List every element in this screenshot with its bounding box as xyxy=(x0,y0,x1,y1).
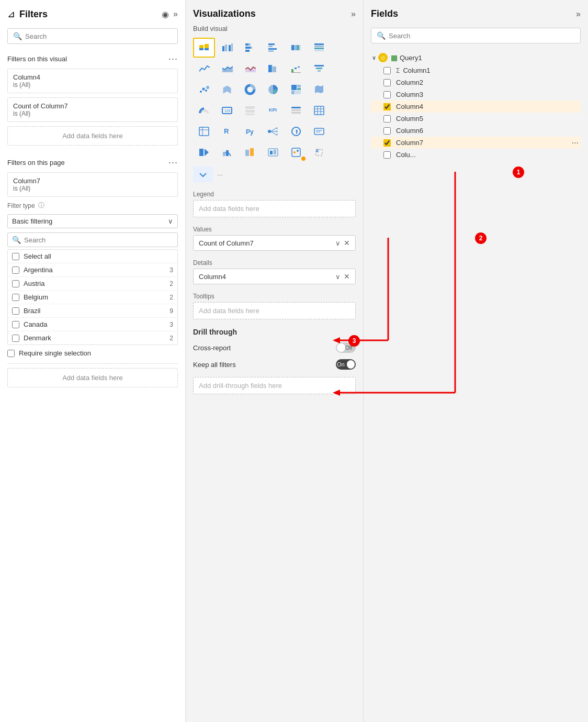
column8-checkbox[interactable] xyxy=(383,151,391,159)
column1-checkbox[interactable] xyxy=(383,67,391,74)
column7-checkbox[interactable] xyxy=(383,139,391,147)
field-column4[interactable]: Column4 xyxy=(371,101,581,113)
viz-values-close[interactable]: ✕ xyxy=(344,239,350,247)
viz-icon-more-4[interactable] xyxy=(262,142,284,162)
filter-type-select[interactable]: Basic filtering ∨ xyxy=(7,214,178,228)
field-column3[interactable]: Column3 xyxy=(371,88,581,101)
filters-search-input[interactable] xyxy=(25,32,172,40)
viz-icon-more-3[interactable] xyxy=(239,142,261,162)
canada-checkbox[interactable] xyxy=(12,321,19,328)
fields-search-input[interactable] xyxy=(389,32,575,40)
keep-filters-toggle[interactable]: On xyxy=(336,359,356,370)
viz-icon-more-2[interactable] xyxy=(216,142,238,162)
viz-icon-area[interactable] xyxy=(216,59,238,79)
field-column1[interactable]: Σ Column1 xyxy=(371,64,581,76)
viz-icon-python[interactable]: Py xyxy=(239,121,261,141)
viz-icon-gauge[interactable] xyxy=(193,101,215,120)
filter-search-input[interactable] xyxy=(24,236,173,244)
filters-page-more[interactable]: ··· xyxy=(168,157,178,168)
column3-checkbox[interactable] xyxy=(383,91,391,98)
denmark-checkbox[interactable] xyxy=(12,335,19,342)
belgium-checkbox[interactable] xyxy=(12,294,19,301)
viz-icon-line[interactable] xyxy=(193,59,215,79)
viz-details-close[interactable]: ✕ xyxy=(344,272,350,281)
column7-more-dots[interactable]: ··· xyxy=(572,138,579,148)
viz-icon-filled-map[interactable] xyxy=(308,80,330,99)
viz-icon-key-influencers[interactable]: ⬆ xyxy=(285,121,307,141)
column4-filter-card[interactable]: Column4 is (All) xyxy=(7,69,178,93)
austria-checkbox[interactable] xyxy=(12,280,19,287)
column5-checkbox[interactable] xyxy=(383,115,391,123)
viz-icon-more-1[interactable] xyxy=(193,142,215,162)
viz-more-btn[interactable] xyxy=(193,166,213,182)
field-column5[interactable]: Column5 xyxy=(371,113,581,125)
column7-filter-card[interactable]: Column7 is (All) xyxy=(7,172,178,197)
argentina-checkbox[interactable] xyxy=(12,266,19,274)
viz-icon-ribbon[interactable] xyxy=(262,59,284,79)
viz-icon-scatter[interactable] xyxy=(193,80,215,99)
field-column2[interactable]: Column2 xyxy=(371,76,581,88)
viz-icon-stacked-bar-h[interactable] xyxy=(239,38,261,58)
add-data-fields-bottom[interactable]: Add data fields here xyxy=(7,368,178,387)
viz-icon-matrix[interactable] xyxy=(193,121,215,141)
column4-checkbox[interactable] xyxy=(383,103,391,110)
field-column6[interactable]: Column6 xyxy=(371,125,581,137)
filter-list-item-select-all[interactable]: Select all xyxy=(8,250,177,263)
brazil-checkbox[interactable] xyxy=(12,307,19,315)
filter-search-small[interactable]: 🔍 xyxy=(7,232,178,247)
viz-icon-table[interactable] xyxy=(308,101,330,120)
filter-type-info[interactable]: ⓘ xyxy=(38,201,44,210)
viz-icon-100pct-bar-h[interactable] xyxy=(308,38,330,58)
viz-icon-r-visual[interactable]: R xyxy=(216,121,238,141)
viz-details-chip[interactable]: Column4 ∨ ✕ xyxy=(193,269,356,284)
fields-expand-icon[interactable]: » xyxy=(576,9,581,19)
field-column8[interactable]: Colu... xyxy=(371,149,581,161)
viz-icon-treemap[interactable] xyxy=(285,80,307,99)
viz-icon-decomp-tree[interactable] xyxy=(262,121,284,141)
add-data-fields-visual[interactable]: Add data fields here xyxy=(7,126,178,146)
viz-icon-clustered-bar-h[interactable] xyxy=(262,38,284,58)
fields-search-box[interactable]: 🔍 xyxy=(371,28,581,43)
viz-icon-slicer[interactable] xyxy=(285,101,307,120)
eye-icon[interactable]: ◉ xyxy=(162,9,169,19)
filters-visual-more[interactable]: ··· xyxy=(168,53,178,64)
viz-icon-card[interactable]: 123 xyxy=(216,101,238,120)
viz-details-chevron[interactable]: ∨ xyxy=(335,273,341,281)
column6-checkbox[interactable] xyxy=(383,127,391,135)
viz-icon-map[interactable] xyxy=(216,80,238,99)
viz-icon-waterfall[interactable] xyxy=(285,59,307,79)
expand-filters-icon[interactable]: » xyxy=(173,9,178,19)
viz-more-dots[interactable]: ··· xyxy=(217,171,223,179)
viz-tooltips-drop[interactable]: Add data fields here xyxy=(193,302,356,319)
viz-icon-funnel[interactable] xyxy=(308,59,330,79)
viz-icon-100pct-bar[interactable] xyxy=(285,38,307,58)
filter-list-item-argentina[interactable]: Argentina 3 xyxy=(8,263,177,277)
filter-list-item-canada[interactable]: Canada 3 xyxy=(8,318,177,331)
viz-values-chevron[interactable]: ∨ xyxy=(335,239,341,247)
column2-checkbox[interactable] xyxy=(383,79,391,86)
filter-list-item-denmark[interactable]: Denmark 2 xyxy=(8,331,177,345)
viz-icon-line-area[interactable] xyxy=(239,59,261,79)
viz-icon-pie[interactable] xyxy=(262,80,284,99)
column7-count-filter-card[interactable]: Count of Column7 is (All) xyxy=(7,97,178,122)
viz-legend-drop[interactable]: Add data fields here xyxy=(193,200,356,217)
select-all-checkbox[interactable] xyxy=(12,253,19,260)
viz-icon-clustered-bar[interactable] xyxy=(216,38,238,58)
require-single-checkbox[interactable] xyxy=(7,350,15,357)
viz-icon-more-6[interactable] xyxy=(308,142,330,162)
field-column7[interactable]: Column7 ··· xyxy=(371,137,581,149)
viz-icon-stacked-bar[interactable] xyxy=(193,38,215,58)
require-single-row[interactable]: Require single selection xyxy=(0,345,185,361)
viz-icon-more-5[interactable] xyxy=(285,142,307,162)
filter-list-item-austria[interactable]: Austria 2 xyxy=(8,277,177,291)
query1-header[interactable]: ∨ ⊙ ▦ Query1 xyxy=(371,51,581,64)
filters-search-box[interactable]: 🔍 xyxy=(7,28,178,44)
viz-values-chip[interactable]: Count of Column7 ∨ ✕ xyxy=(193,235,356,251)
viz-icon-donut[interactable] xyxy=(239,80,261,99)
viz-icon-smart-narrative[interactable] xyxy=(308,121,330,141)
viz-expand-icon[interactable]: » xyxy=(351,9,356,19)
drill-add-zone[interactable]: Add drill-through fields here xyxy=(193,377,356,394)
filter-list-item-brazil[interactable]: Brazil 9 xyxy=(8,304,177,318)
viz-icon-kpi[interactable]: KPI xyxy=(262,101,284,120)
viz-icon-multi-row-card[interactable] xyxy=(239,101,261,120)
